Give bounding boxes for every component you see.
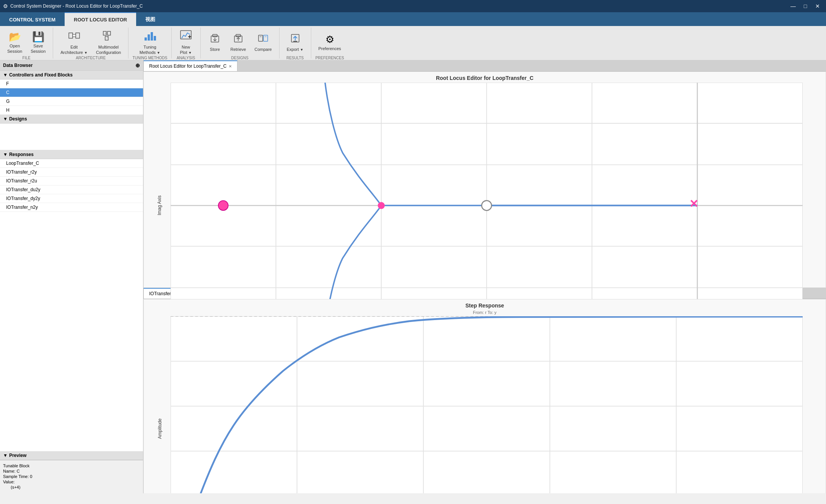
response-iotransfer-r2y[interactable]: IOTransfer_r2y [0, 168, 143, 177]
toolbar-analysis-section: NewPlot ▼ ANALYSIS [172, 28, 201, 59]
architecture-section-label: ARCHITECTURE [76, 56, 106, 60]
close-button[interactable]: ✕ [812, 1, 823, 11]
svg-rect-1 [76, 33, 80, 38]
save-session-button[interactable]: 💾 SaveSession [27, 29, 49, 56]
retrieve-icon [233, 33, 244, 46]
store-icon [210, 33, 220, 46]
content-area: Root Locus Editor for LoopTransfer_C ✕ R… [143, 60, 826, 493]
tuning-methods-label: TuningMethods ▼ [140, 45, 160, 55]
preferences-button[interactable]: ⚙ Preferences [315, 29, 345, 56]
toolbar-architecture-section: EditArchitecture ▼ MultimodelConfigurati… [53, 28, 128, 59]
preferences-section-label: PREFERENCES [315, 56, 344, 60]
export-icon [290, 33, 301, 46]
multimodel-config-label: MultimodelConfiguration [96, 45, 121, 55]
window-controls: — □ ✕ [788, 1, 823, 11]
list-item-F[interactable]: F [0, 80, 143, 88]
svg-rect-17 [213, 34, 217, 37]
svg-point-60 [482, 201, 492, 211]
open-session-icon: 📂 [9, 31, 21, 43]
list-item-H[interactable]: H [0, 106, 143, 115]
title-bar: ⚙ Control System Designer - Root Locus E… [0, 0, 826, 12]
minimize-button[interactable]: — [788, 1, 798, 11]
toolbar-tuning-section: TuningMethods ▼ TUNING METHODS [128, 28, 171, 59]
tuning-section-label: TUNING METHODS [132, 56, 167, 60]
export-label: Export ▼ [287, 47, 304, 52]
step-response-title: Step Response [144, 299, 826, 310]
preview-line-3: Sample Time: 0 [3, 474, 140, 479]
compare-button[interactable]: Compare [251, 29, 275, 56]
designs-section-header[interactable]: ▼ Designs [0, 115, 143, 124]
file-section-label: FILE [23, 56, 31, 60]
main-layout: Data Browser ⊕ ▼ Controllers and Fixed B… [0, 60, 826, 493]
open-session-button[interactable]: 📂 OpenSession [4, 29, 26, 56]
compare-label: Compare [254, 47, 272, 52]
list-item-C[interactable]: C [0, 88, 143, 97]
svg-rect-10 [148, 34, 150, 41]
preview-line-5: (s+4) [11, 485, 140, 489]
svg-rect-23 [263, 35, 268, 41]
compare-icon [258, 33, 268, 46]
results-section-label: RESULTS [286, 56, 304, 60]
response-iotransfer-dy2y[interactable]: IOTransfer_dy2y [0, 194, 143, 203]
designs-chevron-icon: ▼ [3, 116, 8, 122]
tab-view[interactable]: 视图 [136, 12, 164, 26]
svg-rect-11 [151, 32, 153, 41]
sidebar-options-icon[interactable]: ⊕ [135, 62, 140, 68]
step-response-chart-wrapper: Amplitude [171, 316, 803, 493]
response-iotransfer-r2u[interactable]: IOTransfer_r2u [0, 177, 143, 185]
responses-section-label: Responses [9, 152, 34, 157]
tab-root-locus-label: Root Locus Editor for LoopTransfer_C [149, 63, 226, 69]
controllers-section-header[interactable]: ▼ Controllers and Fixed Blocks [0, 71, 143, 80]
maximize-button[interactable]: □ [800, 1, 811, 11]
response-iotransfer-du2y[interactable]: IOTransfer_du2y [0, 185, 143, 194]
svg-rect-0 [69, 33, 73, 38]
svg-rect-63 [171, 316, 803, 493]
open-session-label: OpenSession [7, 44, 22, 54]
root-locus-chart: -10 -8 -6 -4 -2 0 2 30 20 10 0 -10 -20 -… [171, 83, 803, 328]
retrieve-button[interactable]: Retrieve [227, 29, 250, 56]
preview-content: Tunable Block Name: C Sample Time: 0 Val… [0, 460, 143, 493]
new-plot-label: NewPlot ▼ [180, 45, 192, 55]
preferences-label: Preferences [319, 46, 341, 51]
svg-rect-3 [73, 34, 76, 37]
toolbar-results-section: Export ▼ RESULTS [280, 28, 311, 59]
designs-section-label: DESIGNS [231, 56, 249, 60]
tuning-methods-button[interactable]: TuningMethods ▼ [136, 29, 164, 56]
response-iotransfer-n2y[interactable]: IOTransfer_n2y [0, 203, 143, 212]
sidebar: Data Browser ⊕ ▼ Controllers and Fixed B… [0, 60, 143, 493]
step-response-subtitle: From: r To: y [144, 310, 826, 315]
toolbar: 📂 OpenSession 💾 SaveSession FILE [0, 26, 826, 60]
save-session-icon: 💾 [32, 31, 44, 43]
tab-control-system[interactable]: CONTROL SYSTEM [0, 12, 65, 26]
step-response-y-label: Amplitude [157, 418, 163, 439]
preview-section-header[interactable]: ▼ Preview [0, 451, 143, 460]
tab-root-locus-editor[interactable]: ROOT LOCUS EDITOR [65, 12, 136, 26]
response-looptransfer-c[interactable]: LoopTransfer_C [0, 159, 143, 168]
edit-architecture-button[interactable]: EditArchitecture ▼ [57, 29, 91, 56]
svg-rect-20 [236, 34, 241, 37]
root-locus-panel: Root Locus Editor for LoopTransfer_C Ima… [143, 72, 826, 288]
new-plot-button[interactable]: NewPlot ▼ [176, 29, 197, 56]
controllers-chevron-icon: ▼ [3, 72, 8, 78]
edit-architecture-icon [68, 30, 80, 44]
svg-rect-12 [154, 36, 156, 41]
responses-list: LoopTransfer_C IOTransfer_r2y IOTransfer… [0, 159, 143, 451]
svg-point-62 [378, 202, 385, 209]
app-icon: ⚙ [3, 3, 8, 9]
multimodel-config-button[interactable]: MultimodelConfiguration [93, 29, 124, 56]
root-locus-chart-wrapper: Imag Axis [171, 83, 803, 328]
toolbar-file-section: 📂 OpenSession 💾 SaveSession FILE [0, 28, 53, 59]
list-item-G[interactable]: G [0, 97, 143, 106]
responses-section-header[interactable]: ▼ Responses [0, 150, 143, 159]
store-button[interactable]: Store [205, 29, 226, 56]
tab-root-locus[interactable]: Root Locus Editor for LoopTransfer_C ✕ [143, 60, 237, 71]
root-locus-title: Root Locus Editor for LoopTransfer_C [144, 72, 826, 83]
tab-root-locus-close[interactable]: ✕ [229, 64, 232, 68]
preferences-icon: ⚙ [325, 34, 334, 46]
tuning-methods-icon [144, 30, 156, 44]
responses-chevron-icon: ▼ [3, 152, 8, 157]
preview-section-label: Preview [9, 453, 26, 458]
edit-architecture-label: EditArchitecture ▼ [60, 45, 88, 55]
new-plot-icon [180, 30, 192, 44]
export-button[interactable]: Export ▼ [283, 29, 307, 56]
